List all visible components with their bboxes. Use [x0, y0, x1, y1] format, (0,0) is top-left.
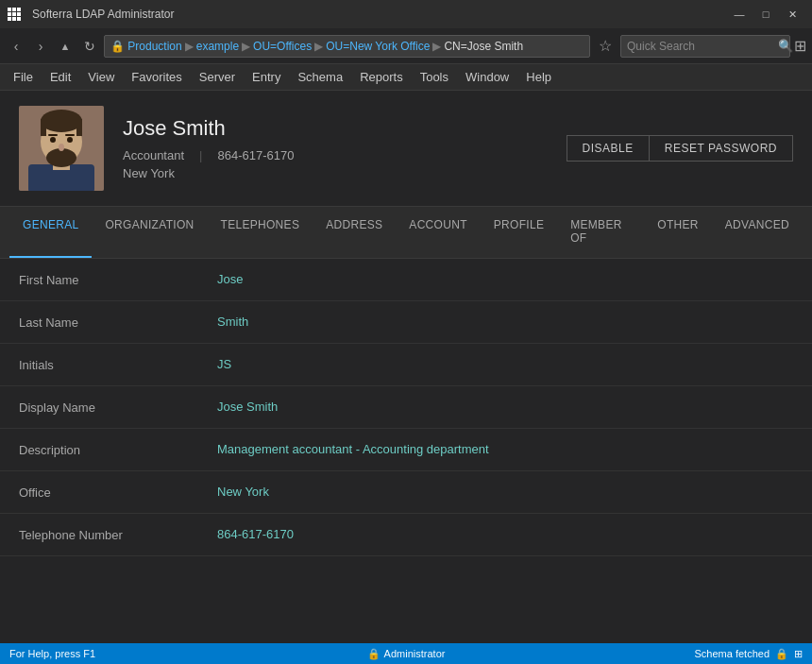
expand-button[interactable]: ⊞: [794, 37, 806, 55]
value-office: New York: [217, 485, 793, 499]
profile-actions: DISABLE RESET PASSWORD: [567, 135, 793, 162]
search-box: 🔍: [620, 35, 790, 58]
favorite-button[interactable]: ☆: [594, 35, 617, 58]
menu-file[interactable]: File: [6, 67, 41, 87]
menu-reports[interactable]: Reports: [352, 67, 411, 87]
tab-general[interactable]: GENERAL: [9, 207, 92, 258]
profile-phone: 864-617-6170: [217, 148, 294, 162]
profile-header: Jose Smith Accountant | 864-617-6170 New…: [0, 91, 812, 207]
minimize-button[interactable]: —: [727, 5, 752, 24]
tab-address[interactable]: ADDRESS: [313, 207, 396, 258]
svg-rect-11: [65, 134, 75, 136]
menu-view[interactable]: View: [80, 67, 122, 87]
disable-button[interactable]: DISABLE: [567, 135, 649, 162]
status-help: For Help, press F1: [9, 648, 367, 659]
menu-favorites[interactable]: Favorites: [124, 67, 189, 87]
titlebar: Softerra LDAP Administrator — □ ✕: [0, 0, 812, 28]
menu-schema[interactable]: Schema: [290, 67, 350, 87]
menu-entry[interactable]: Entry: [245, 67, 288, 87]
maximize-button[interactable]: □: [753, 5, 778, 24]
svg-rect-5: [41, 119, 46, 136]
profile-subtitle: Accountant | 864-617-6170: [123, 148, 548, 162]
status-username: Administrator: [384, 648, 446, 659]
status-text: Schema fetched: [695, 648, 770, 659]
menu-edit[interactable]: Edit: [42, 67, 78, 87]
reset-password-button[interactable]: RESET PASSWORD: [649, 135, 793, 162]
label-telephone: Telephone Number: [19, 527, 217, 542]
label-initials: Initials: [19, 357, 217, 372]
tab-account[interactable]: ACCOUNT: [396, 207, 480, 258]
svg-rect-6: [76, 119, 82, 136]
divider: |: [199, 148, 202, 162]
tabs: GENERAL ORGANIZATION TELEPHONES ADDRESS …: [0, 207, 812, 259]
status-user: 🔒 Administrator: [367, 648, 446, 660]
profile-info: Jose Smith Accountant | 864-617-6170 New…: [123, 116, 548, 180]
tab-telephones[interactable]: TELEPHONES: [208, 207, 313, 258]
app-icon: [8, 8, 26, 21]
tab-member-of[interactable]: MEMBER OF: [557, 207, 644, 258]
profile-name: Jose Smith: [123, 116, 548, 141]
field-row-displayname: Display Name Jose Smith: [0, 386, 812, 429]
content-area: First Name Jose Last Name Smith Initials…: [0, 259, 812, 643]
menu-server[interactable]: Server: [192, 67, 243, 87]
field-row-telephone: Telephone Number 864-617-6170: [0, 514, 812, 556]
label-firstname: First Name: [19, 272, 217, 287]
value-initials: JS: [217, 357, 793, 371]
search-input[interactable]: [621, 40, 774, 53]
tab-profile[interactable]: PROFILE: [481, 207, 557, 258]
svg-point-4: [41, 110, 82, 132]
status-lock-icon: 🔒: [775, 648, 788, 660]
field-row-description: Description Management accountant - Acco…: [0, 429, 812, 471]
lock-icon: 🔒: [367, 648, 381, 660]
status-right: Schema fetched 🔒 ⊞: [445, 648, 803, 660]
label-description: Description: [19, 442, 217, 457]
svg-point-9: [67, 137, 73, 143]
up-button[interactable]: ▲: [55, 36, 76, 57]
statusbar: For Help, press F1 🔒 Administrator Schem…: [0, 643, 812, 664]
window-controls: — □ ✕: [727, 5, 804, 24]
svg-point-12: [59, 144, 64, 151]
menu-window[interactable]: Window: [458, 67, 516, 87]
svg-point-8: [50, 137, 56, 143]
tab-organization[interactable]: ORGANIZATION: [92, 207, 207, 258]
refresh-button[interactable]: ↻: [79, 36, 100, 57]
field-row-office: Office New York: [0, 471, 812, 514]
value-telephone: 864-617-6170: [217, 527, 793, 541]
profile-title: Accountant: [123, 148, 184, 162]
label-office: Office: [19, 485, 217, 500]
breadcrumb[interactable]: 🔒 Production ▶ example ▶ OU=Offices ▶ OU…: [104, 35, 590, 58]
tab-other[interactable]: OTHER: [644, 207, 712, 258]
forward-button[interactable]: ›: [30, 36, 51, 57]
profile-location: New York: [123, 166, 548, 180]
value-lastname: Smith: [217, 315, 793, 329]
menubar: File Edit View Favorites Server Entry Sc…: [0, 64, 812, 91]
field-row-lastname: Last Name Smith: [0, 301, 812, 344]
menu-help[interactable]: Help: [518, 67, 559, 87]
value-description: Management accountant - Accounting depar…: [217, 442, 793, 456]
label-displayname: Display Name: [19, 400, 217, 415]
app-title: Softerra LDAP Administrator: [32, 8, 727, 21]
tab-advanced[interactable]: ADVANCED: [712, 207, 803, 258]
value-displayname: Jose Smith: [217, 400, 793, 414]
status-expand-icon: ⊞: [794, 648, 803, 660]
close-button[interactable]: ✕: [780, 5, 804, 24]
back-button[interactable]: ‹: [6, 36, 26, 57]
avatar: [19, 106, 104, 191]
svg-rect-10: [48, 134, 58, 136]
value-firstname: Jose: [217, 272, 793, 286]
addressbar: ‹ › ▲ ↻ 🔒 Production ▶ example ▶ OU=Offi…: [0, 28, 812, 64]
label-lastname: Last Name: [19, 315, 217, 330]
field-row-initials: Initials JS: [0, 344, 812, 386]
field-row-firstname: First Name Jose: [0, 259, 812, 301]
menu-tools[interactable]: Tools: [413, 67, 456, 87]
